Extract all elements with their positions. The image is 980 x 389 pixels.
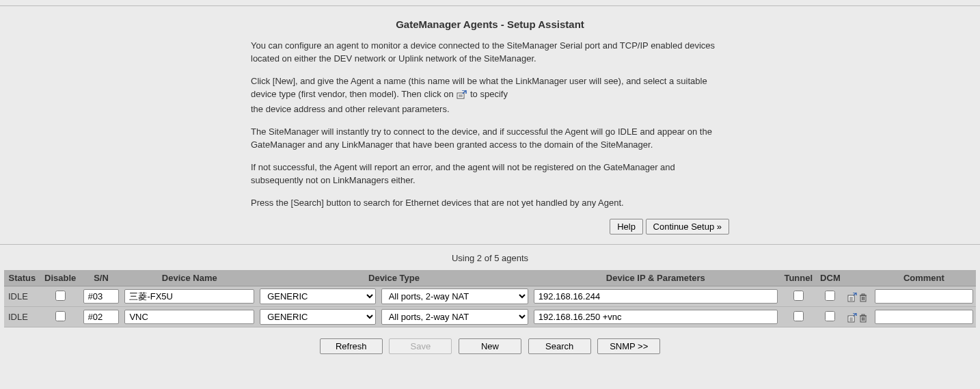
sn-input[interactable] [83, 310, 120, 324]
intro-p4: If not successful, the Agent will report… [251, 161, 729, 187]
status-cell: IDLE [4, 307, 40, 327]
model-select[interactable]: All ports, 2-way NAT [381, 289, 528, 304]
search-button[interactable]: Search [528, 338, 591, 354]
device-name-input[interactable] [124, 310, 254, 324]
edit-icon[interactable] [847, 293, 857, 302]
dcm-checkbox[interactable] [825, 311, 835, 321]
page-title: GateManager Agents - Setup Assistant [0, 6, 980, 40]
delete-icon[interactable] [858, 293, 868, 302]
status-cell: IDLE [4, 286, 40, 307]
usage-text: Using 2 of 5 agents [0, 245, 980, 270]
col-dcm: DCM [817, 270, 845, 286]
intro-p2c: the device address and other relevant pa… [251, 103, 729, 116]
col-type: Device Type [257, 270, 531, 286]
svg-rect-9 [862, 294, 865, 295]
intro-p2: Click [New], and give the Agent a name (… [251, 75, 729, 101]
agents-table: Status Disable S/N Device Name Device Ty… [4, 270, 976, 327]
new-button[interactable]: New [459, 338, 521, 354]
col-tunnel: Tunnel [780, 270, 817, 286]
intro-p1: You can configure an agent to monitor a … [251, 40, 729, 66]
comment-input[interactable] [875, 289, 973, 304]
intro-text: You can configure an agent to monitor a … [251, 40, 729, 209]
intro-p5: Press the [Search] button to search for … [251, 197, 729, 210]
save-button[interactable]: Save [389, 338, 452, 354]
model-select[interactable]: All ports, 2-way NAT [381, 309, 528, 325]
col-status: Status [4, 270, 40, 286]
intro-p3: The SiteManager will instantly try to co… [251, 126, 729, 152]
vendor-select[interactable]: GENERIC [260, 309, 375, 325]
tunnel-checkbox[interactable] [793, 291, 804, 301]
disable-checkbox[interactable] [55, 311, 66, 321]
snmp-button[interactable]: SNMP >> [597, 338, 660, 354]
edit-icon [457, 90, 467, 99]
col-sn: S/N [81, 270, 122, 286]
device-ip-input[interactable] [534, 289, 778, 304]
device-ip-input[interactable] [534, 310, 778, 324]
col-disable: Disable [40, 270, 81, 286]
col-ip: Device IP & Parameters [531, 270, 780, 286]
col-comment: Comment [872, 270, 976, 286]
col-actions [844, 270, 872, 286]
delete-icon[interactable] [858, 313, 868, 323]
edit-icon[interactable] [847, 313, 857, 323]
sn-input[interactable] [83, 289, 120, 304]
svg-rect-19 [862, 314, 865, 316]
col-name: Device Name [122, 270, 257, 286]
intro-p2b: to specify [470, 89, 508, 99]
vendor-select[interactable]: GENERIC [260, 289, 375, 304]
table-row: IDLEGENERICAll ports, 2-way NAT [4, 307, 976, 327]
dcm-checkbox[interactable] [825, 291, 835, 301]
help-button[interactable]: Help [610, 219, 643, 234]
continue-setup-button[interactable]: Continue Setup » [646, 219, 729, 234]
disable-checkbox[interactable] [55, 291, 66, 301]
tunnel-checkbox[interactable] [793, 311, 804, 321]
comment-input[interactable] [875, 310, 973, 324]
refresh-button[interactable]: Refresh [320, 338, 383, 354]
table-row: IDLEGENERICAll ports, 2-way NAT [4, 286, 976, 307]
device-name-input[interactable] [124, 289, 254, 304]
